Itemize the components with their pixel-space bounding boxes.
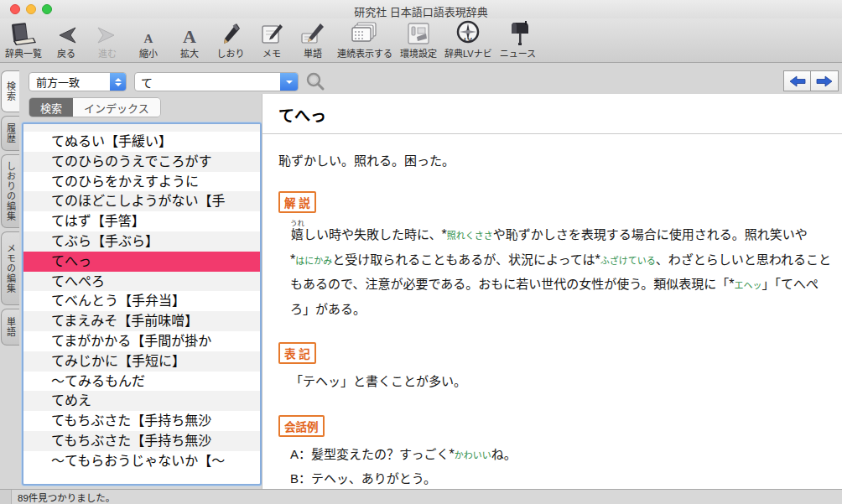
section-label: 会話例	[278, 415, 325, 437]
section-label: 解 説	[278, 191, 316, 213]
match-mode-value: 前方一致	[36, 74, 80, 90]
side-tab-3[interactable]: メモの編集	[1, 231, 19, 305]
toolbar-item-label: 進む	[98, 46, 117, 60]
toolbar-button-back-arrow[interactable]: 戻る	[49, 20, 83, 60]
list-item[interactable]: てべんとう【手弁当】	[23, 291, 260, 311]
ruby-annotated-text: 嬉うれ	[290, 227, 304, 242]
search-input[interactable]	[134, 72, 299, 91]
next-entry-button[interactable]	[811, 70, 839, 91]
toolbar-button-preferences[interactable]: 環境設定	[400, 20, 437, 60]
list-item[interactable]: てはず【手筈】	[23, 211, 260, 231]
window-title: 研究社 日本語口語表現辞典	[0, 3, 842, 19]
toolbar-button-font-larger[interactable]: A拡大	[173, 20, 206, 60]
dropdown-stepper-icon	[110, 73, 126, 91]
cross-reference-link[interactable]: *エヘッ	[729, 277, 761, 291]
title-bar: 研究社 日本語口語表現辞典	[0, 0, 842, 18]
list-item[interactable]: てのひらをかえすように	[23, 172, 260, 192]
side-mode-tabs: 検索履歴しおりの編集メモの編集単語	[1, 70, 20, 349]
article-section-1: 表 記「テヘッ」と書くことが多い。	[278, 342, 820, 394]
list-item[interactable]: てめえ	[23, 391, 260, 411]
list-item[interactable]: てまえみそ【手前味噌】	[23, 311, 260, 331]
list-item[interactable]: てぶら【手ぶら】	[23, 231, 260, 252]
list-item[interactable]: てもちぶさた【手持ち無沙	[23, 411, 260, 431]
list-item[interactable]: てまがかかる【手間が掛か	[23, 331, 260, 351]
toolbar-item-label: 連続表示する	[337, 46, 392, 60]
toolbar-item-label: 拡大	[180, 46, 199, 60]
news-mailbox-icon	[505, 20, 530, 45]
entry-headword: てへっ	[262, 94, 842, 134]
search-pane-tabs: 検索インデックス	[29, 97, 161, 117]
toolbar-item-label: メモ	[262, 46, 281, 60]
toolbar-button-memo-note[interactable]: メモ	[255, 20, 288, 60]
pane-tab-1[interactable]: インデックス	[73, 98, 160, 117]
entry-article: 恥ずかしい。照れる。困った。 解 説嬉うれしい時や失敗した時に、*照れくささや恥…	[262, 134, 842, 489]
preferences-icon	[406, 20, 431, 45]
svg-text:A: A	[183, 26, 196, 45]
toolbar-button-lv-navi-compass[interactable]: LV辞典LVナビ	[444, 20, 492, 60]
continuous-cards-icon	[350, 20, 380, 45]
toolbar-button-news-mailbox[interactable]: ニュース	[500, 20, 536, 60]
svg-text:LV: LV	[464, 36, 472, 44]
toolbar-item-label: 環境設定	[400, 46, 437, 60]
list-item[interactable]: てのひらのうえでころがす	[23, 152, 260, 172]
toolbar-button-forward-arrow: 進む	[91, 20, 124, 60]
search-combo	[134, 72, 299, 91]
entry-content-pane: てへっ 恥ずかしい。照れる。困った。 解 説嬉うれしい時や失敗した時に、*照れく…	[262, 94, 842, 489]
svg-text:A: A	[144, 32, 153, 45]
side-tab-0[interactable]: 検索	[1, 70, 19, 112]
font-smaller-icon: A	[140, 20, 157, 45]
article-section-2: 会話例A：髪型変えたの？すっごく*かわいいね。B：テヘッ、ありがとう。	[278, 415, 820, 490]
app-window: 研究社 日本語口語表現辞典 辞典一覧戻る進むA縮小A拡大しおりメモ単語連続表示す…	[0, 0, 842, 504]
list-item[interactable]: てもちぶさた【手持ち無沙	[23, 431, 260, 451]
list-item[interactable]: てへぺろ	[23, 272, 260, 292]
list-item[interactable]: ～てもらおうじゃないか【～	[23, 451, 260, 471]
memo-note-icon	[260, 20, 283, 45]
section-body: 「テヘッ」と書くことが多い。	[278, 370, 832, 394]
dictionary-books-icon	[8, 20, 39, 45]
toolbar-item-label: 単語	[304, 46, 322, 60]
list-item[interactable]: てへっ	[23, 252, 260, 272]
lv-navi-compass-icon: LV	[455, 20, 481, 45]
font-larger-icon: A	[180, 20, 199, 45]
side-tab-2[interactable]: しおりの編集	[1, 154, 19, 228]
entry-nav-arrows	[783, 70, 839, 91]
toolbar-button-dictionary-books[interactable]: 辞典一覧	[5, 20, 42, 60]
pane-tab-0[interactable]: 検索	[29, 98, 73, 117]
result-word-list[interactable]: てにもつ【手荷物】てぬるい【手緩い】てのひらのうえでころがすてのひらをかえすよう…	[22, 122, 262, 486]
cross-reference-link[interactable]: *ふざけている	[595, 252, 655, 267]
section-body: A：髪型変えたの？すっごく*かわいいね。B：テヘッ、ありがとう。	[278, 443, 832, 490]
article-section-0: 解 説嬉うれしい時や失敗した時に、*照れくささや恥ずかしさを表現する場合に使用さ…	[278, 191, 820, 321]
section-label: 表 記	[278, 342, 316, 364]
combo-chevron-down-icon[interactable]	[280, 73, 298, 91]
toolbar: 辞典一覧戻る進むA縮小A拡大しおりメモ単語連続表示する環境設定LV辞典LVナビニ…	[0, 18, 842, 63]
search-icon[interactable]	[305, 71, 325, 95]
side-tab-1[interactable]: 履歴	[1, 116, 19, 151]
toolbar-button-word-pencil[interactable]: 単語	[296, 20, 330, 60]
toolbar-button-bookmark-pen[interactable]: しおり	[214, 20, 247, 60]
cross-reference-link[interactable]: *はにかみ	[290, 252, 332, 267]
toolbar-button-continuous-cards[interactable]: 連続表示する	[337, 20, 392, 60]
list-item[interactable]: てぬるい【手緩い】	[23, 132, 260, 152]
toolbar-item-label: しおり	[217, 46, 245, 60]
toolbar-item-label: 戻る	[57, 46, 75, 60]
word-pencil-icon	[300, 20, 325, 45]
forward-arrow-icon	[95, 20, 120, 45]
pane-grip[interactable]	[0, 490, 12, 504]
previous-entry-button[interactable]	[783, 70, 811, 91]
list-item[interactable]: てのほどこしようがない【手	[23, 191, 260, 211]
list-item[interactable]: てみじかに【手短に】	[23, 351, 260, 372]
cross-reference-link[interactable]: *照れくささ	[442, 227, 493, 242]
toolbar-button-font-smaller[interactable]: A縮小	[132, 20, 165, 60]
toolbar-item-label: 縮小	[139, 46, 158, 60]
back-arrow-icon	[54, 20, 79, 45]
cross-reference-link[interactable]: *かわいい	[449, 447, 491, 461]
result-count-text: 89件見つかりました。	[12, 491, 115, 504]
side-tab-4[interactable]: 単語	[1, 309, 19, 346]
entry-definition: 恥ずかしい。照れる。困った。	[278, 151, 820, 169]
list-item-partial[interactable]: てにもつ【手荷物】	[23, 124, 260, 132]
toolbar-item-label: ニュース	[500, 46, 536, 60]
section-body: 嬉うれしい時や失敗した時に、*照れくささや恥ずかしさを表現する場合に使用される。…	[278, 219, 832, 321]
match-mode-dropdown[interactable]: 前方一致	[29, 72, 127, 91]
toolbar-item-label: 辞典LVナビ	[444, 46, 492, 60]
list-item[interactable]: ～てみるもんだ	[23, 372, 260, 392]
